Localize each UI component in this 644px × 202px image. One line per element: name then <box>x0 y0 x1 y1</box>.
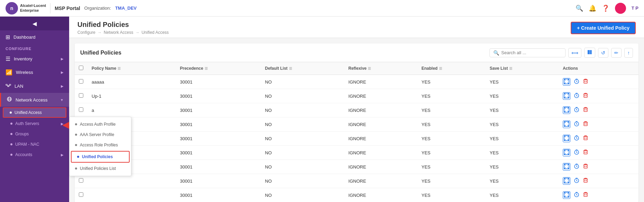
clock-icon[interactable] <box>574 149 579 156</box>
org-name[interactable]: TMA_DEV <box>115 6 137 11</box>
delete-icon[interactable] <box>583 192 588 199</box>
row-actions <box>559 146 638 160</box>
search-input[interactable] <box>501 50 557 55</box>
submenu-item-aaa-server-profile[interactable]: AAA Server Profile <box>69 129 131 140</box>
logo-icon: n <box>6 2 18 15</box>
logo-area: n Alcatel·Lucent Enterprise <box>6 2 46 15</box>
expand-icon[interactable] <box>563 149 570 156</box>
sidebar-item-network-access[interactable]: Network Access ▼ <box>0 93 69 107</box>
expand-icon[interactable] <box>563 78 570 86</box>
sidebar-item-wireless[interactable]: 📶 Wireless ▶ <box>0 66 69 79</box>
sidebar-item-inventory[interactable]: ☰ Inventory ▶ <box>0 52 69 66</box>
org-label: Organization: <box>84 6 111 11</box>
network-access-icon <box>7 96 12 103</box>
sidebar-subitem-accounts[interactable]: Accounts ▶ <box>0 150 69 160</box>
select-all-checkbox[interactable] <box>79 66 83 70</box>
clock-icon[interactable] <box>574 121 579 128</box>
filter-icon[interactable]: ☰ <box>439 67 442 70</box>
clock-icon[interactable] <box>574 177 579 184</box>
row-policy-name: a <box>87 103 176 117</box>
submenu-arrow <box>62 122 69 129</box>
filter-icon[interactable]: ☰ <box>205 67 208 70</box>
delete-icon[interactable] <box>583 121 588 128</box>
row-checkbox[interactable] <box>79 93 83 98</box>
submenu-item-unified-policies[interactable]: Unified Policies <box>71 151 130 163</box>
row-save-list: YES <box>486 188 559 202</box>
row-default-list: NO <box>261 132 344 146</box>
breadcrumb-unified-access[interactable]: Unified Access <box>141 30 169 35</box>
chevron-icon: ▶ <box>61 57 64 61</box>
delete-icon[interactable] <box>583 177 588 184</box>
clock-icon[interactable] <box>574 107 579 114</box>
expand-icon[interactable] <box>563 106 570 114</box>
sidebar-subitem-unified-access[interactable]: Unified Access <box>3 107 66 118</box>
msp-portal-label[interactable]: MSP Portal <box>55 6 80 11</box>
row-checkbox[interactable] <box>79 192 83 197</box>
sub-dot <box>77 156 79 158</box>
user-initials[interactable]: T P <box>632 6 638 11</box>
clock-icon[interactable] <box>574 192 579 199</box>
edit-button[interactable]: ✏ <box>611 48 622 58</box>
row-enabled: YES <box>417 146 485 160</box>
submenu-item-access-role-profiles[interactable]: Access Role Profiles <box>69 140 131 150</box>
upload-button[interactable]: ↑ <box>624 48 633 58</box>
row-checkbox[interactable] <box>79 107 83 112</box>
table-card: Unified Policies 🔍 ⟺ <box>75 44 638 202</box>
filter-icon[interactable]: ☰ <box>289 67 292 70</box>
svg-rect-80 <box>584 179 587 182</box>
row-checkbox[interactable] <box>79 79 83 84</box>
filter-icon[interactable]: ☰ <box>368 67 371 70</box>
search-icon[interactable]: 🔍 <box>576 4 583 12</box>
clock-icon[interactable] <box>574 135 579 142</box>
clock-icon[interactable] <box>574 93 579 99</box>
sidebar-subitem-groups[interactable]: Groups <box>0 129 69 139</box>
row-policy-name: aaaaa <box>87 75 176 89</box>
filter-icon[interactable]: ☰ <box>509 67 512 70</box>
sidebar-toggle[interactable]: ◀ <box>0 17 69 30</box>
expand-columns-button[interactable]: ⟺ <box>568 48 581 58</box>
search-box: 🔍 <box>489 48 566 57</box>
sidebar-subitem-upam-nac[interactable]: UPAM - NAC <box>0 139 69 150</box>
delete-icon[interactable] <box>583 107 588 114</box>
delete-icon[interactable] <box>583 93 588 99</box>
row-precedence: 30001 <box>176 160 261 174</box>
sidebar-subitem-auth-servers[interactable]: Auth Servers ▶ <box>0 118 69 129</box>
create-unified-policy-button[interactable]: + Create Unified Policy <box>571 22 636 34</box>
row-enabled: YES <box>417 188 485 202</box>
svg-rect-35 <box>584 108 587 112</box>
submenu-item-access-auth-profile[interactable]: Access Auth Profile <box>69 119 131 129</box>
dashboard-icon: ⊞ <box>6 34 10 40</box>
sidebar-item-lan[interactable]: LAN ▶ <box>0 79 69 93</box>
expand-icon[interactable] <box>563 177 570 185</box>
help-icon[interactable]: ❓ <box>602 4 609 12</box>
refresh-button[interactable]: ↺ <box>598 48 608 58</box>
expand-icon[interactable] <box>563 163 570 171</box>
delete-icon[interactable] <box>583 163 588 170</box>
expand-icon[interactable] <box>563 191 570 199</box>
columns-button[interactable] <box>584 48 595 58</box>
row-default-list: NO <box>261 146 344 160</box>
row-default-list: NO <box>261 174 344 188</box>
clock-icon[interactable] <box>574 78 579 85</box>
breadcrumb-network-access[interactable]: Network Access <box>104 30 133 35</box>
breadcrumb-configure[interactable]: Configure <box>77 30 95 35</box>
expand-icon[interactable] <box>563 135 570 142</box>
filter-icon[interactable]: ☰ <box>118 67 121 70</box>
user-avatar[interactable] <box>615 3 626 14</box>
delete-icon[interactable] <box>583 78 588 85</box>
clock-icon[interactable] <box>574 163 579 170</box>
delete-icon[interactable] <box>583 149 588 156</box>
delete-icon[interactable] <box>583 135 588 142</box>
chevron-icon: ▶ <box>61 153 64 157</box>
submenu-item-unified-policies-list[interactable]: Unified Policies List <box>69 163 131 174</box>
chevron-icon: ▶ <box>61 84 64 88</box>
chevron-icon: ▶ <box>61 70 64 74</box>
row-default-list: NO <box>261 117 344 132</box>
sidebar-item-dashboard[interactable]: ⊞ Dashboard <box>0 30 69 44</box>
row-actions <box>559 132 638 146</box>
expand-icon[interactable] <box>563 92 570 100</box>
row-checkbox[interactable] <box>79 178 83 183</box>
bell-icon[interactable]: 🔔 <box>589 4 596 12</box>
expand-icon[interactable] <box>563 121 570 128</box>
col-reflexive-label: Reflexive <box>348 66 367 71</box>
